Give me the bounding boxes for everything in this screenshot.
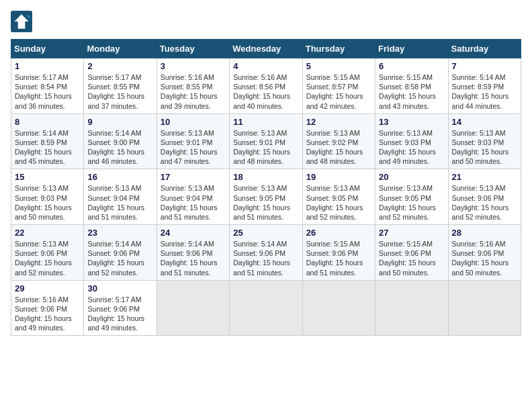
day-number: 12 <box>306 117 371 127</box>
day-number: 25 <box>233 228 298 238</box>
calendar-cell: 15Sunrise: 5:13 AM Sunset: 9:03 PM Dayli… <box>11 169 84 225</box>
weekday-header: Tuesday <box>157 40 229 58</box>
calendar-cell <box>302 280 375 336</box>
calendar-cell: 27Sunrise: 5:15 AM Sunset: 9:06 PM Dayli… <box>375 225 448 281</box>
calendar-cell: 12Sunrise: 5:13 AM Sunset: 9:02 PM Dayli… <box>302 113 375 169</box>
day-info: Sunrise: 5:16 AM Sunset: 8:56 PM Dayligh… <box>233 73 298 111</box>
weekday-header: Sunday <box>11 40 84 58</box>
day-number: 15 <box>15 172 80 182</box>
calendar-cell <box>375 280 448 336</box>
day-number: 9 <box>87 117 152 127</box>
day-number: 3 <box>161 61 226 71</box>
calendar-cell: 30Sunrise: 5:17 AM Sunset: 9:06 PM Dayli… <box>84 280 157 336</box>
day-number: 1 <box>15 61 80 71</box>
calendar-cell: 6Sunrise: 5:15 AM Sunset: 8:58 PM Daylig… <box>375 58 448 114</box>
calendar-cell: 9Sunrise: 5:14 AM Sunset: 9:00 PM Daylig… <box>84 113 157 169</box>
day-info: Sunrise: 5:13 AM Sunset: 9:04 PM Dayligh… <box>161 183 226 222</box>
day-number: 7 <box>452 61 517 71</box>
day-info: Sunrise: 5:13 AM Sunset: 9:01 PM Dayligh… <box>233 128 298 167</box>
calendar-cell: 20Sunrise: 5:13 AM Sunset: 9:05 PM Dayli… <box>375 169 448 225</box>
day-info: Sunrise: 5:14 AM Sunset: 9:06 PM Dayligh… <box>161 239 226 277</box>
day-number: 20 <box>379 172 444 182</box>
day-info: Sunrise: 5:15 AM Sunset: 9:06 PM Dayligh… <box>306 239 371 277</box>
logo-icon <box>11 11 32 32</box>
day-number: 8 <box>15 117 80 127</box>
day-number: 28 <box>452 228 517 238</box>
day-info: Sunrise: 5:16 AM Sunset: 9:06 PM Dayligh… <box>452 239 517 277</box>
day-info: Sunrise: 5:17 AM Sunset: 9:06 PM Dayligh… <box>87 295 152 333</box>
weekday-header: Wednesday <box>230 40 302 58</box>
day-number: 23 <box>87 228 152 238</box>
day-info: Sunrise: 5:14 AM Sunset: 9:06 PM Dayligh… <box>233 239 298 277</box>
calendar-cell: 3Sunrise: 5:16 AM Sunset: 8:55 PM Daylig… <box>157 58 229 114</box>
logo <box>11 11 35 32</box>
day-info: Sunrise: 5:17 AM Sunset: 8:54 PM Dayligh… <box>15 73 80 111</box>
day-info: Sunrise: 5:13 AM Sunset: 9:06 PM Dayligh… <box>15 239 80 277</box>
calendar-cell: 23Sunrise: 5:14 AM Sunset: 9:06 PM Dayli… <box>84 225 157 281</box>
day-number: 21 <box>452 172 517 182</box>
day-info: Sunrise: 5:15 AM Sunset: 8:57 PM Dayligh… <box>306 73 371 111</box>
calendar-cell: 4Sunrise: 5:16 AM Sunset: 8:56 PM Daylig… <box>230 58 302 114</box>
day-info: Sunrise: 5:16 AM Sunset: 8:55 PM Dayligh… <box>161 73 226 111</box>
day-number: 2 <box>87 61 152 71</box>
calendar-table: SundayMondayTuesdayWednesdayThursdayFrid… <box>11 39 521 336</box>
calendar-cell: 25Sunrise: 5:14 AM Sunset: 9:06 PM Dayli… <box>230 225 302 281</box>
calendar-cell: 8Sunrise: 5:14 AM Sunset: 8:59 PM Daylig… <box>11 113 84 169</box>
day-info: Sunrise: 5:13 AM Sunset: 9:06 PM Dayligh… <box>452 183 517 222</box>
day-info: Sunrise: 5:13 AM Sunset: 9:03 PM Dayligh… <box>15 183 80 222</box>
day-number: 5 <box>306 61 371 71</box>
day-info: Sunrise: 5:13 AM Sunset: 9:05 PM Dayligh… <box>379 183 444 222</box>
calendar-cell: 1Sunrise: 5:17 AM Sunset: 8:54 PM Daylig… <box>11 58 84 114</box>
day-number: 26 <box>306 228 371 238</box>
day-info: Sunrise: 5:13 AM Sunset: 9:03 PM Dayligh… <box>379 128 444 167</box>
day-number: 14 <box>452 117 517 127</box>
day-number: 10 <box>161 117 226 127</box>
day-number: 16 <box>87 172 152 182</box>
calendar-cell: 22Sunrise: 5:13 AM Sunset: 9:06 PM Dayli… <box>11 225 84 281</box>
day-number: 29 <box>15 283 80 293</box>
day-number: 13 <box>379 117 444 127</box>
calendar-week-row: 8Sunrise: 5:14 AM Sunset: 8:59 PM Daylig… <box>11 113 521 169</box>
day-info: Sunrise: 5:13 AM Sunset: 9:01 PM Dayligh… <box>161 128 226 167</box>
calendar-cell <box>448 280 521 336</box>
day-number: 19 <box>306 172 371 182</box>
calendar-body: 1Sunrise: 5:17 AM Sunset: 8:54 PM Daylig… <box>11 58 521 336</box>
calendar-week-row: 29Sunrise: 5:16 AM Sunset: 9:06 PM Dayli… <box>11 280 521 336</box>
calendar-cell: 28Sunrise: 5:16 AM Sunset: 9:06 PM Dayli… <box>448 225 521 281</box>
day-number: 17 <box>161 172 226 182</box>
day-info: Sunrise: 5:13 AM Sunset: 9:04 PM Dayligh… <box>87 183 152 222</box>
calendar-cell: 7Sunrise: 5:14 AM Sunset: 8:59 PM Daylig… <box>448 58 521 114</box>
calendar-cell: 17Sunrise: 5:13 AM Sunset: 9:04 PM Dayli… <box>157 169 229 225</box>
day-info: Sunrise: 5:14 AM Sunset: 8:59 PM Dayligh… <box>15 128 80 167</box>
weekday-header: Thursday <box>302 40 375 58</box>
day-info: Sunrise: 5:15 AM Sunset: 9:06 PM Dayligh… <box>379 239 444 277</box>
calendar-cell: 21Sunrise: 5:13 AM Sunset: 9:06 PM Dayli… <box>448 169 521 225</box>
calendar-week-row: 22Sunrise: 5:13 AM Sunset: 9:06 PM Dayli… <box>11 225 521 281</box>
day-info: Sunrise: 5:16 AM Sunset: 9:06 PM Dayligh… <box>15 295 80 333</box>
calendar-cell: 10Sunrise: 5:13 AM Sunset: 9:01 PM Dayli… <box>157 113 229 169</box>
calendar-cell: 24Sunrise: 5:14 AM Sunset: 9:06 PM Dayli… <box>157 225 229 281</box>
day-info: Sunrise: 5:13 AM Sunset: 9:05 PM Dayligh… <box>306 183 371 222</box>
calendar-cell: 29Sunrise: 5:16 AM Sunset: 9:06 PM Dayli… <box>11 280 84 336</box>
calendar-cell <box>157 280 229 336</box>
calendar-cell: 18Sunrise: 5:13 AM Sunset: 9:05 PM Dayli… <box>230 169 302 225</box>
calendar-header: SundayMondayTuesdayWednesdayThursdayFrid… <box>11 40 521 58</box>
day-number: 27 <box>379 228 444 238</box>
day-info: Sunrise: 5:13 AM Sunset: 9:02 PM Dayligh… <box>306 128 371 167</box>
day-number: 4 <box>233 61 298 71</box>
weekday-header: Friday <box>375 40 448 58</box>
day-info: Sunrise: 5:13 AM Sunset: 9:05 PM Dayligh… <box>233 183 298 222</box>
calendar-week-row: 15Sunrise: 5:13 AM Sunset: 9:03 PM Dayli… <box>11 169 521 225</box>
day-number: 24 <box>161 228 226 238</box>
calendar-cell: 14Sunrise: 5:13 AM Sunset: 9:03 PM Dayli… <box>448 113 521 169</box>
weekday-header: Monday <box>84 40 157 58</box>
weekday-row: SundayMondayTuesdayWednesdayThursdayFrid… <box>11 40 521 58</box>
calendar-cell: 13Sunrise: 5:13 AM Sunset: 9:03 PM Dayli… <box>375 113 448 169</box>
weekday-header: Saturday <box>448 40 521 58</box>
day-number: 6 <box>379 61 444 71</box>
day-info: Sunrise: 5:15 AM Sunset: 8:58 PM Dayligh… <box>379 73 444 111</box>
day-info: Sunrise: 5:14 AM Sunset: 9:00 PM Dayligh… <box>87 128 152 167</box>
day-number: 18 <box>233 172 298 182</box>
day-info: Sunrise: 5:14 AM Sunset: 8:59 PM Dayligh… <box>452 73 517 111</box>
calendar-cell: 2Sunrise: 5:17 AM Sunset: 8:55 PM Daylig… <box>84 58 157 114</box>
